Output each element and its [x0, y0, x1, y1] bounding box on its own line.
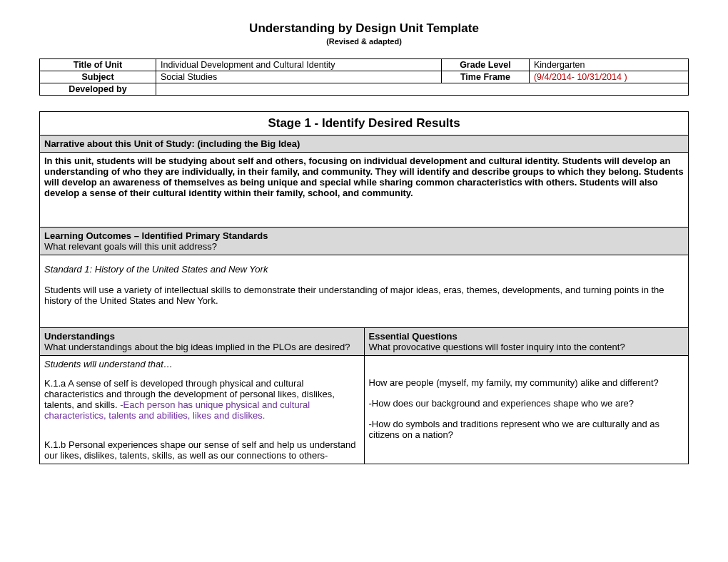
standard-cell: Standard 1: History of the United States…: [40, 255, 689, 328]
subject-label: Subject: [40, 71, 156, 83]
eq2: -How does our background and experiences…: [369, 398, 634, 409]
eq1: How are people (myself, my family, my co…: [369, 377, 659, 388]
standard-body: Students will use a variety of intellect…: [44, 285, 664, 306]
grade-level-label: Grade Level: [441, 59, 529, 71]
stage1-header: Stage 1 - Identify Desired Results: [40, 112, 689, 136]
title-of-unit-value: Individual Development and Cultural Iden…: [156, 59, 442, 71]
learning-outcomes-cell: Learning Outcomes – Identified Primary S…: [40, 228, 689, 255]
understandings-header-cell: Understandings What understandings about…: [40, 328, 365, 356]
table-row: Students will understand that… K.1.a A s…: [40, 356, 689, 464]
narrative-label: Narrative about this Unit of Study: (inc…: [44, 138, 300, 149]
narrative-label-cell: Narrative about this Unit of Study: (inc…: [40, 136, 689, 153]
essential-questions-label: Essential Questions: [369, 331, 457, 342]
essential-body-cell: How are people (myself, my family, my co…: [364, 356, 689, 464]
learning-outcomes-label: Learning Outcomes – Identified Primary S…: [44, 230, 268, 241]
essential-header-cell: Essential Questions What provocative que…: [364, 328, 689, 356]
stage1-table: Stage 1 - Identify Desired Results Narra…: [39, 111, 689, 464]
page-subtitle: (Revised & adapted): [39, 37, 689, 46]
essential-questions-sub: What provocative questions will foster i…: [369, 342, 625, 352]
understandings-sub: What understandings about the big ideas …: [44, 342, 350, 352]
k1b-text: K.1.b Personal experiences shape our sen…: [44, 439, 356, 461]
narrative-body: In this unit, students will be studying …: [40, 153, 689, 228]
table-row: Understandings What understandings about…: [40, 328, 689, 356]
table-row: Developed by: [40, 83, 689, 96]
table-row: Learning Outcomes – Identified Primary S…: [40, 228, 689, 255]
learning-outcomes-sub: What relevant goals will this unit addre…: [44, 241, 217, 252]
table-row: In this unit, students will be studying …: [40, 153, 689, 228]
table-row: Subject Social Studies Time Frame (9/4/2…: [40, 71, 689, 83]
developed-by-value: [156, 83, 689, 96]
meta-table: Title of Unit Individual Development and…: [39, 58, 689, 96]
standard-title: Standard 1: History of the United States…: [44, 264, 268, 275]
eq3: -How do symbols and traditions represent…: [369, 419, 660, 440]
table-row: Standard 1: History of the United States…: [40, 255, 689, 328]
table-row: Title of Unit Individual Development and…: [40, 59, 689, 71]
table-row: Narrative about this Unit of Study: (inc…: [40, 136, 689, 153]
title-of-unit-label: Title of Unit: [40, 59, 156, 71]
understandings-label: Understandings: [44, 331, 115, 342]
time-frame-value: (9/4/2014- 10/31/2014 ): [529, 71, 688, 83]
developed-by-label: Developed by: [40, 83, 156, 96]
page-title: Understanding by Design Unit Template: [39, 21, 689, 36]
students-will-understand: Students will understand that…: [44, 359, 173, 369]
subject-value: Social Studies: [156, 71, 442, 83]
understandings-body-cell: Students will understand that… K.1.a A s…: [40, 356, 365, 464]
time-frame-label: Time Frame: [441, 71, 529, 83]
grade-level-value: Kindergarten: [529, 59, 688, 71]
table-row: Stage 1 - Identify Desired Results: [40, 112, 689, 136]
